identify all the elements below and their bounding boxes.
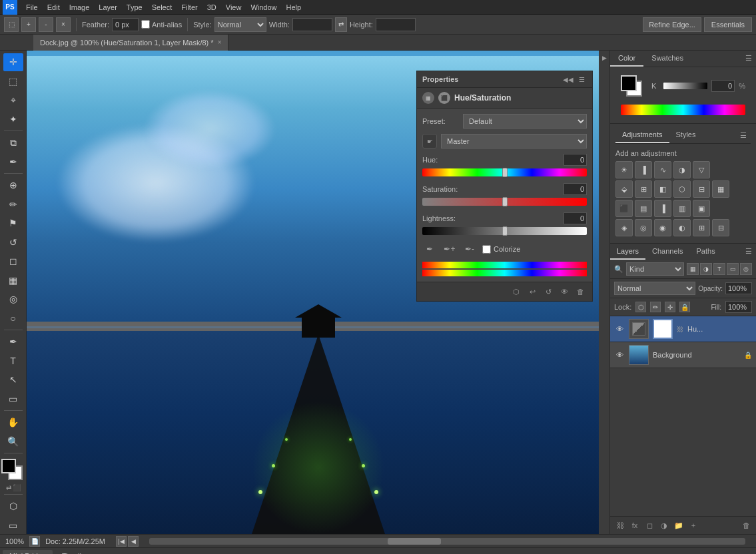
- style-select[interactable]: Normal Fixed Ratio Fixed Size: [214, 17, 266, 32]
- tab-styles[interactable]: Styles: [669, 128, 703, 143]
- tab-mini-bridge[interactable]: Mini Bridge: [3, 550, 53, 555]
- menu-file[interactable]: File: [21, 2, 43, 13]
- right-mini-btn-1[interactable]: ▶: [599, 53, 609, 63]
- eraser-tool[interactable]: ◻: [3, 252, 23, 270]
- selection-intersect-btn[interactable]: ×: [56, 17, 71, 32]
- delete-btn[interactable]: 🗑: [573, 285, 587, 298]
- preset-select[interactable]: Default: [463, 114, 587, 129]
- tab-adjustments[interactable]: Adjustments: [615, 128, 669, 143]
- filter-pixel-icon[interactable]: ▦: [687, 263, 699, 275]
- zoom-tool[interactable]: 🔍: [3, 433, 23, 451]
- foreground-color-box[interactable]: [1, 459, 16, 473]
- adjustments-panel-menu[interactable]: ☰: [736, 128, 751, 143]
- channel-hand-icon[interactable]: ☛: [422, 134, 437, 148]
- scroll-bar[interactable]: [149, 538, 745, 545]
- adj-icon-r4[interactable]: ◐: [673, 219, 691, 236]
- adj-brightness-icon[interactable]: ☀: [615, 161, 633, 178]
- blur-tool[interactable]: ◎: [3, 290, 23, 308]
- lock-position-icon[interactable]: ✛: [665, 302, 675, 312]
- adj-photofilter-icon[interactable]: ⬡: [673, 180, 691, 198]
- text-tool[interactable]: T: [3, 352, 23, 370]
- menu-edit[interactable]: Edit: [43, 2, 65, 13]
- shape-tool[interactable]: ▭: [3, 390, 23, 408]
- lock-transparent-icon[interactable]: ⬡: [635, 302, 646, 312]
- default-colors-icon[interactable]: ⬛: [13, 484, 21, 491]
- saturation-thumb[interactable]: [502, 197, 508, 206]
- color-spectrum-bar[interactable]: [621, 105, 745, 115]
- width-input[interactable]: [292, 18, 332, 31]
- crop-tool[interactable]: ⧉: [3, 134, 23, 152]
- essentials-btn[interactable]: Essentials: [704, 17, 752, 32]
- lightness-slider-track[interactable]: [422, 227, 587, 235]
- select-tool[interactable]: ⬚: [3, 73, 23, 91]
- gradient-tool[interactable]: ▦: [3, 272, 23, 290]
- menu-image[interactable]: Image: [65, 2, 95, 13]
- selection-sub-btn[interactable]: -: [39, 17, 53, 32]
- tab-paths[interactable]: Paths: [690, 244, 722, 260]
- filter-shape-icon[interactable]: ▭: [727, 263, 739, 275]
- adj-channelmix-icon[interactable]: ⊟: [693, 180, 710, 198]
- adj-levels-icon[interactable]: ▐: [635, 161, 652, 178]
- swap-wh-btn[interactable]: ⇄: [335, 17, 347, 32]
- layer-item-bg[interactable]: 👁 Background 🔒: [610, 342, 756, 368]
- menu-3d[interactable]: 3D: [202, 2, 221, 13]
- layer-item-husat[interactable]: 👁 ⛓ Hu...: [610, 316, 756, 342]
- blend-mode-select[interactable]: Normal Multiply Screen Overlay: [614, 282, 695, 295]
- status-nav-start[interactable]: |◀: [116, 536, 127, 547]
- stamp-tool[interactable]: ⚑: [3, 214, 23, 232]
- selection-rect-btn[interactable]: ⬚: [4, 17, 19, 32]
- menu-select[interactable]: Select: [147, 2, 177, 13]
- adj-hsl-icon[interactable]: ⬙: [615, 180, 633, 198]
- properties-menu-btn[interactable]: ☰: [576, 74, 587, 85]
- adj-icon-r1[interactable]: ◈: [615, 219, 633, 236]
- adj-exposure-icon[interactable]: ◑: [673, 161, 691, 178]
- menu-window[interactable]: Window: [246, 2, 281, 13]
- lock-image-icon[interactable]: ✏: [650, 302, 661, 312]
- adj-icon-r5[interactable]: ⊞: [693, 219, 710, 236]
- menu-layer[interactable]: Layer: [94, 2, 122, 13]
- tab-color[interactable]: Color: [610, 51, 643, 67]
- pen-tool[interactable]: ✒: [3, 333, 23, 351]
- status-doc-icon[interactable]: 📄: [29, 536, 40, 547]
- adj-curves-icon[interactable]: ∿: [654, 161, 671, 178]
- fill-input[interactable]: [725, 301, 752, 313]
- adj-threshold-icon[interactable]: ▐: [654, 200, 671, 217]
- hue-value-input[interactable]: [564, 154, 587, 166]
- filter-adj-icon[interactable]: ◑: [700, 263, 712, 275]
- selection-add-btn[interactable]: +: [21, 17, 36, 32]
- dodge-tool[interactable]: ○: [3, 310, 23, 328]
- tab-layers[interactable]: Layers: [610, 244, 645, 260]
- clip-mask-btn[interactable]: ⬡: [510, 285, 523, 298]
- history-brush-tool[interactable]: ↺: [3, 234, 23, 252]
- layers-delete-btn[interactable]: 🗑: [740, 519, 752, 531]
- adj-icon-r6[interactable]: ⊟: [712, 219, 729, 236]
- tab-swatches[interactable]: Swatches: [643, 51, 691, 67]
- move-tool[interactable]: ✛: [3, 53, 23, 71]
- refine-edge-btn[interactable]: Refine Edge...: [643, 17, 701, 32]
- tab-timeline[interactable]: Timeline: [55, 550, 96, 555]
- lasso-tool[interactable]: ⌖: [3, 91, 23, 109]
- brush-tool[interactable]: ✏: [3, 196, 23, 214]
- reset-btn[interactable]: ↺: [542, 285, 555, 298]
- saturation-slider-track[interactable]: [422, 198, 587, 206]
- k-value-input[interactable]: [711, 80, 735, 92]
- healing-tool[interactable]: ⊕: [3, 176, 23, 194]
- eyedropper-add-btn[interactable]: ✒+: [442, 242, 457, 256]
- lightness-value-input[interactable]: [564, 212, 587, 224]
- hue-thumb[interactable]: [502, 168, 508, 177]
- adj-selectivecolor-icon[interactable]: ▣: [693, 200, 710, 217]
- channel-select[interactable]: Master: [441, 134, 587, 148]
- lightness-thumb[interactable]: [502, 226, 508, 236]
- quick-mask-btn[interactable]: ⬡: [3, 497, 23, 515]
- layer-eye-husat[interactable]: 👁: [614, 324, 625, 334]
- adj-posterize-icon[interactable]: ▤: [635, 200, 652, 217]
- layers-mask-btn[interactable]: ◻: [643, 519, 655, 531]
- hue-slider-track[interactable]: [422, 168, 587, 176]
- layer-eye-bg[interactable]: 👁: [614, 350, 625, 360]
- layers-fx-btn[interactable]: fx: [629, 519, 641, 531]
- adj-colorbalance-icon[interactable]: ⊞: [635, 180, 652, 198]
- adj-colormatch-icon[interactable]: ▦: [712, 180, 729, 198]
- filter-text-icon[interactable]: T: [713, 263, 725, 275]
- height-input[interactable]: [376, 18, 416, 31]
- properties-expand-btn[interactable]: ◀◀: [563, 74, 573, 85]
